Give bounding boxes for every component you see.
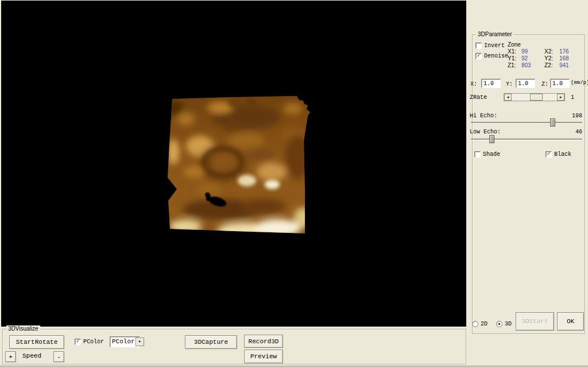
radio-3d-label: 3D [505,321,512,327]
speed-label: Speed [22,353,41,359]
preview-button[interactable]: Preview [244,350,283,363]
invert-label: Invert [484,43,505,49]
3d-volume-render [160,86,320,247]
window-bottom-edge [0,366,588,368]
radio-3d[interactable]: 3D [496,321,512,327]
check-icon: ✓ [477,53,480,59]
radio-2d-label: 2D [481,321,488,327]
zrate-value: 1 [571,94,574,101]
zone-y1-label: Y1: [508,55,516,62]
zrate-track[interactable] [512,94,557,101]
zone-y2-label: Y2: [544,55,553,62]
scale-y-input[interactable] [516,79,535,88]
start-rotate-button[interactable]: StartRotate [9,335,64,349]
low-echo-label: Low Echo: [470,129,501,135]
pcolor-dropdown-value: PColor [110,337,135,347]
hi-echo-label: Hi Echo: [470,113,497,119]
app-window: { "window": { "bg_color": "#ece9d8", "vi… [0,0,588,368]
dropdown-arrow-icon[interactable]: ▼ [136,338,144,346]
zone-x2-label: X2: [544,48,553,55]
speed-minus-button[interactable]: - [53,351,64,362]
pcolor-dropdown[interactable]: PColor ▼ [110,336,140,347]
radio-2d[interactable]: 2D [472,321,488,327]
zrate-thumb[interactable] [530,94,543,101]
radio-2d-circle[interactable] [472,321,478,327]
record3d-button[interactable]: Record3D [244,335,283,348]
zone-y1-value: 92 [521,55,528,62]
check-icon: ✓ [547,152,550,157]
denoise-label: Denoise [484,53,508,59]
shade-label: Shade [483,151,500,158]
check-icon: ✓ [76,339,79,344]
speed-plus-button[interactable]: + [5,351,16,362]
visualize-groupbox-title: 3DVisualize [6,325,40,332]
hi-echo-thumb[interactable] [550,118,555,126]
zone-z1-value: 803 [521,62,531,68]
hi-echo-track[interactable] [471,122,582,124]
zrate-left-arrow-icon[interactable]: ◄ [504,94,512,101]
radio-3d-circle[interactable] [496,321,502,327]
scale-x-input[interactable] [481,79,501,88]
zone-z1-label: Z1: [508,62,516,68]
zone-z2-value: 941 [559,62,569,68]
denoise-checkbox-box[interactable]: ✓ [475,53,482,59]
zone-x1-value: 99 [521,48,528,55]
invert-checkbox-box[interactable] [475,43,482,49]
zrate-right-arrow-icon[interactable]: ► [557,94,564,101]
zone-x2-value: 176 [559,48,569,55]
3dcapture-button[interactable]: 3DCapture [185,335,237,349]
zone-x1-label: X1: [508,48,516,55]
zrate-label: ZRate [470,94,487,101]
scale-z-input[interactable] [550,79,570,88]
scale-x-label: X: [470,81,477,87]
zrate-scrollbar[interactable]: ◄ ► [504,93,565,101]
render-viewport[interactable] [1,1,466,327]
3dstart-button: 3DStart [516,312,554,331]
black-checkbox-box[interactable]: ✓ [546,151,552,158]
pcolor-checkbox-box[interactable]: ✓ [75,339,81,345]
scale-z-label: Z: [541,81,548,87]
pcolor-label: PColor [83,339,104,345]
invert-checkbox[interactable]: Invert [475,43,505,49]
black-checkbox[interactable]: ✓ Black [546,151,571,158]
zone-y2-value: 168 [559,55,569,62]
low-echo-value: 46 [565,129,582,135]
denoise-checkbox[interactable]: ✓ Denoise [475,53,508,59]
hi-echo-value: 198 [565,113,582,119]
ok-button[interactable]: OK [557,312,584,331]
scale-y-label: Y: [506,81,513,87]
black-label: Black [554,151,571,158]
low-echo-thumb[interactable] [489,135,494,143]
low-echo-track[interactable] [471,139,582,140]
zone-label: Zone [508,41,521,48]
parameter-groupbox-title: 3DParameter [476,31,513,38]
shade-checkbox-box[interactable] [474,151,481,158]
pcolor-checkbox[interactable]: ✓ PColor [75,339,104,345]
zone-z2-label: Z2: [544,62,552,68]
scale-unit-label: (mm/p) [571,80,588,86]
shade-checkbox[interactable]: Shade [474,151,500,158]
